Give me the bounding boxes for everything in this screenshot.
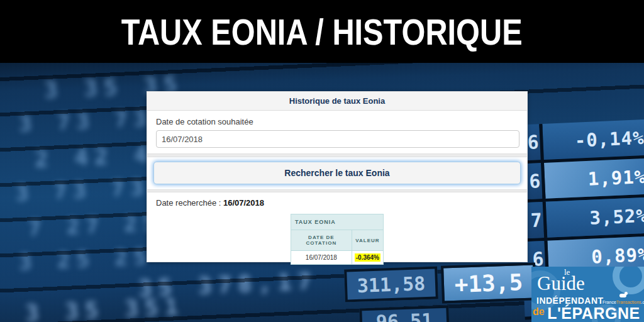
logo-bottom-line: de L'ÉPARGNE xyxy=(533,304,640,322)
searched-date-value: 16/07/2018 xyxy=(223,198,264,208)
ticker-percent-cell: -0,14% xyxy=(539,119,644,160)
highlighted-rate: -0.364% xyxy=(355,253,380,262)
title-banner: TAUX EONIA / HISTORIQUE xyxy=(0,0,644,63)
column-header-date: DATE DE COTATION xyxy=(291,230,352,251)
column-header-value: VALEUR xyxy=(352,230,383,251)
logo-text-guide: Guide xyxy=(537,272,585,295)
eonia-history-card: Historique de taux Eonia Date de cotatio… xyxy=(147,91,528,262)
section-divider xyxy=(147,153,527,157)
ticker-row: 6 -0,14% xyxy=(516,119,644,164)
searched-date-label: Date recherchée : xyxy=(156,198,223,208)
logo-text-france: France xyxy=(602,300,616,304)
ticker-percent-cell: 3,52% xyxy=(543,197,644,238)
logo-text-dotcom: .com xyxy=(641,300,644,304)
logo-text-epargne: L'ÉPARGNE xyxy=(547,304,640,322)
card-title: Historique de taux Eonia xyxy=(289,96,385,106)
table-title: TAUX EONIA xyxy=(291,214,384,230)
eonia-result-table: TAUX EONIA DATE DE COTATION VALEUR 16/07… xyxy=(291,214,384,265)
ring-decoration xyxy=(613,267,644,294)
cell-rate-value: -0.364% xyxy=(352,251,383,265)
ticker-bottom-cell: 311,58 xyxy=(344,266,438,302)
ticker-percent-cell: 1,91% xyxy=(541,158,644,199)
card-header: Historique de taux Eonia xyxy=(147,92,527,111)
ticker-row: 6 1,91% xyxy=(518,158,644,203)
table-title-row: TAUX EONIA xyxy=(291,214,384,230)
cell-quote-date: 16/07/2018 xyxy=(291,251,352,265)
page: TAUX EONIA / HISTORIQUE 3 35 35 3 73 73 … xyxy=(0,0,644,322)
searched-date-line: Date recherchée : 16/07/2018 xyxy=(156,198,527,208)
section-divider xyxy=(147,189,527,192)
search-eonia-button[interactable]: Rechercher le taux Eonia xyxy=(153,162,521,184)
ticker-row: 7 3,52% xyxy=(520,197,644,242)
table-row: 16/07/2018 -0.364% xyxy=(291,251,384,265)
ticker-bottom-cell-partial: 96,51 xyxy=(359,306,449,322)
table-header-row: DATE DE COTATION VALEUR xyxy=(291,230,384,251)
page-title: TAUX EONIA / HISTORIQUE xyxy=(121,11,523,53)
logo-text-transactions: Transactions xyxy=(616,300,641,304)
ticker-bottom-cell-highlight: +13,5 xyxy=(441,262,536,303)
france-transactions-logo: le Guide INDÉPENDANT FranceTransactions.… xyxy=(531,267,644,322)
date-input[interactable] xyxy=(156,130,519,148)
date-field-label: Date de cotation souhaitée xyxy=(156,117,527,126)
sheep-icon xyxy=(619,292,628,298)
logo-site-name: FranceTransactions.com xyxy=(602,300,644,304)
logo-text-de: de xyxy=(533,306,545,317)
